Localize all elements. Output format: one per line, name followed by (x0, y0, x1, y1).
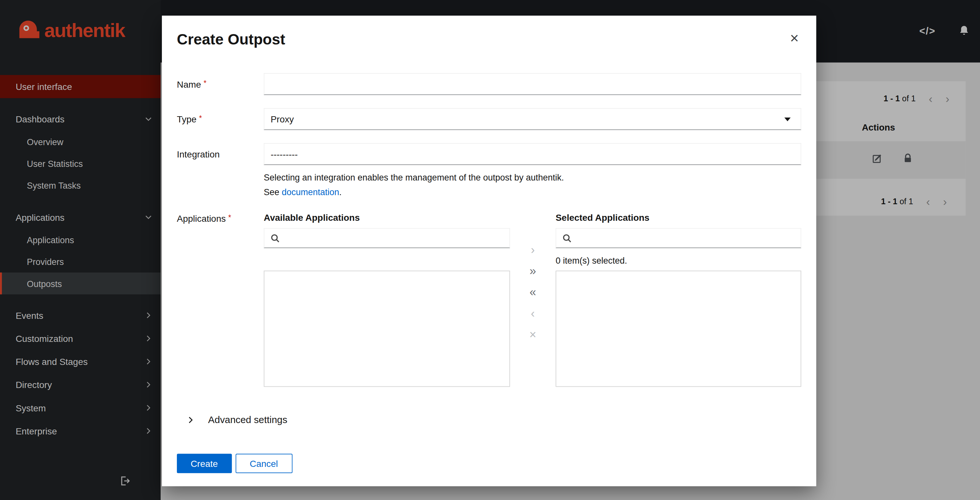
selected-applications-pane: Selected Applications 0 item(s) selected… (555, 213, 801, 387)
required-asterisk: * (199, 114, 202, 123)
integration-select[interactable]: --------- (264, 143, 801, 165)
integration-label: Integration (177, 143, 264, 199)
available-applications-title: Available Applications (264, 213, 510, 223)
move-all-left-icon[interactable]: « (530, 288, 536, 298)
cancel-button[interactable]: Cancel (235, 454, 293, 473)
create-outpost-form: Name* Type* Proxy In (177, 73, 801, 473)
transfer-controls: › » « ‹ × (510, 213, 556, 387)
advanced-settings-label: Advanced settings (208, 414, 287, 426)
available-applications-list[interactable] (264, 271, 510, 387)
applications-label: Applications* (177, 213, 264, 387)
available-search (264, 228, 510, 248)
search-icon (270, 234, 279, 245)
selected-applications-title: Selected Applications (555, 213, 801, 223)
name-label: Name* (177, 73, 264, 95)
integration-help-text: Selecting an integration enables the man… (264, 171, 801, 200)
available-search-input[interactable] (264, 229, 509, 248)
caret-down-icon (784, 117, 791, 121)
close-icon[interactable]: × (788, 30, 801, 45)
selected-search-input[interactable] (556, 229, 800, 248)
type-select[interactable]: Proxy (264, 108, 801, 130)
selected-search (555, 228, 801, 248)
app-root: </> 1 - 1 of 1 ‹ › Actions 1 - 1 of 1 ‹ … (0, 0, 980, 500)
type-label: Type* (177, 108, 264, 130)
name-input[interactable] (264, 73, 801, 95)
selected-applications-list[interactable] (555, 271, 801, 387)
type-select-value: Proxy (270, 114, 294, 124)
move-selected-right-icon[interactable]: › (531, 245, 535, 255)
required-asterisk: * (228, 213, 231, 222)
create-outpost-modal: Create Outpost × Name* Type* Proxy (162, 16, 816, 486)
search-icon (562, 234, 571, 245)
advanced-settings-toggle[interactable]: Advanced settings (177, 414, 801, 426)
move-selected-left-icon[interactable]: ‹ (531, 309, 535, 319)
modal-title: Create Outpost (177, 30, 285, 48)
dual-list-selector: Available Applications › » « (264, 213, 801, 387)
integration-select-value: --------- (270, 149, 298, 159)
documentation-link[interactable]: documentation (282, 187, 339, 197)
create-button[interactable]: Create (177, 454, 232, 473)
move-all-right-icon[interactable]: » (530, 266, 536, 276)
required-asterisk: * (204, 79, 206, 88)
clear-selection-icon[interactable]: × (529, 330, 536, 340)
available-applications-pane: Available Applications (264, 213, 510, 387)
selected-count: 0 item(s) selected. (555, 256, 801, 266)
chevron-right-icon (187, 416, 194, 424)
